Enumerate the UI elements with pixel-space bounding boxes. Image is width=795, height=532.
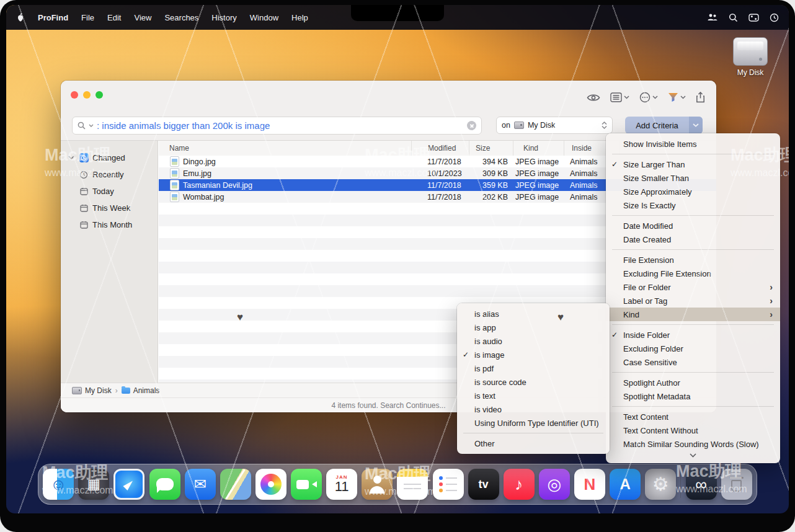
menu-item-size-approximately[interactable]: Size Approximately: [606, 185, 780, 198]
column-header-name[interactable]: Name: [159, 141, 411, 156]
menu-item-text-content-without[interactable]: Text Content Without: [606, 423, 780, 437]
menu-item-is-source-code[interactable]: is source code: [457, 375, 610, 389]
dock-podcasts-icon[interactable]: ◎: [539, 469, 570, 500]
control-center-icon[interactable]: [748, 14, 759, 22]
spotlight-search-icon[interactable]: [729, 13, 738, 22]
menu-item-is-image[interactable]: ✓is image: [457, 348, 610, 361]
sidebar-item-this-month[interactable]: This Month: [61, 216, 158, 233]
menubar-app-name[interactable]: ProFind: [38, 13, 68, 22]
dock-finder-icon[interactable]: ☺: [43, 469, 74, 500]
dock-launchpad-icon[interactable]: ▦: [78, 469, 109, 500]
sidebar-item-changed[interactable]: Changed: [61, 149, 158, 166]
menu-item-kind[interactable]: Kind›: [606, 308, 780, 321]
apple-menu-icon[interactable]: [16, 12, 25, 22]
dock-mail-icon[interactable]: ✉: [185, 469, 216, 500]
menu-separator: [612, 154, 774, 154]
menu-item-size-smaller-than[interactable]: Size Smaller Than: [606, 171, 780, 185]
column-header-modified[interactable]: Modified: [411, 141, 469, 156]
menu-item-spotlight-author[interactable]: Spotlight Author: [606, 376, 780, 389]
column-header-kind[interactable]: Kind: [513, 141, 564, 156]
menu-item-show-invisible-items[interactable]: Show Invisible Items: [606, 137, 780, 151]
menu-item-file-or-folder[interactable]: File or Folder›: [606, 280, 780, 294]
sidebar-item-today[interactable]: Today: [61, 183, 158, 200]
user-switch-icon[interactable]: [707, 13, 718, 22]
menu-item-is-video[interactable]: is video: [457, 402, 610, 416]
dock-profind-icon[interactable]: ∞: [686, 469, 717, 500]
menubar-menu-history[interactable]: History: [211, 13, 236, 22]
menu-item-size-is-exactly[interactable]: Size Is Exactly: [606, 198, 780, 212]
dock-notes-icon[interactable]: [397, 469, 428, 500]
dock-contacts-icon[interactable]: [362, 469, 393, 500]
menu-scroll-down-icon[interactable]: [606, 451, 780, 459]
dock-reminders-icon[interactable]: [433, 469, 464, 500]
menu-item-is-pdf[interactable]: is pdf: [457, 361, 610, 375]
menubar-menu-edit[interactable]: Edit: [107, 13, 121, 22]
desktop-disk-icon[interactable]: My Disk: [726, 37, 775, 77]
submenu-arrow-icon: ›: [770, 296, 773, 305]
dock-photos-icon[interactable]: [255, 469, 286, 500]
menu-item-size-larger-than[interactable]: ✓Size Larger Than: [606, 157, 780, 171]
menu-item-date-created[interactable]: Date Created: [606, 233, 780, 246]
menu-item-date-modified[interactable]: Date Modified: [606, 219, 780, 233]
dock-calendar-icon[interactable]: JAN11: [326, 469, 357, 500]
path-separator: ›: [115, 386, 118, 395]
menu-item-label: Date Modified: [623, 221, 673, 231]
menu-item-inside-folder[interactable]: ✓Inside Folder: [606, 328, 780, 342]
menubar-menu-file[interactable]: File: [81, 13, 94, 22]
dock: ☺▦✉JAN11tv♪◎NA⚙∞: [38, 464, 757, 505]
menu-item-case-sensitive[interactable]: Case Sensitive: [606, 355, 780, 369]
submenu-arrow-icon: ›: [770, 310, 773, 319]
disclosure-chevron-icon[interactable]: [67, 156, 75, 160]
dock-tv-icon[interactable]: tv: [468, 469, 499, 500]
menu-item-label: is alias: [474, 309, 499, 319]
dock-safari-icon[interactable]: [113, 469, 144, 500]
close-button[interactable]: [71, 91, 78, 99]
column-header-size[interactable]: Size: [469, 141, 513, 156]
dock-messages-icon[interactable]: [149, 469, 180, 500]
menu-item-file-extension[interactable]: File Extension: [606, 253, 780, 267]
menu-item-excluding-folder[interactable]: Excluding Folder: [606, 342, 780, 355]
menu-item-text-content[interactable]: Text Content: [606, 410, 780, 423]
dock-facetime-icon[interactable]: [291, 469, 322, 500]
menu-item-other[interactable]: Other: [457, 437, 610, 450]
quicklook-eye-icon[interactable]: [587, 93, 600, 102]
clear-search-icon[interactable]: [467, 121, 476, 130]
more-actions-control[interactable]: [639, 92, 658, 103]
dock-appstore-icon[interactable]: A: [610, 469, 641, 500]
minimize-button[interactable]: [83, 91, 91, 99]
dock-music-icon[interactable]: ♪: [504, 469, 535, 500]
path-item-animals[interactable]: Animals: [122, 386, 160, 395]
dock-news-icon[interactable]: N: [574, 469, 605, 500]
menubar-menu-help[interactable]: Help: [291, 13, 308, 22]
menu-item-using-uniform-type-identifier-uti[interactable]: Using Uniform Type Identifier (UTI): [457, 416, 610, 430]
menu-item-is-audio[interactable]: is audio: [457, 334, 610, 348]
clock-icon[interactable]: [770, 13, 779, 22]
menubar-menu-searches[interactable]: Searches: [164, 13, 198, 22]
menu-item-is-text[interactable]: is text: [457, 389, 610, 402]
scope-dropdown[interactable]: on My Disk: [496, 117, 613, 134]
zoom-button[interactable]: [95, 91, 103, 99]
menu-item-spotlight-metadata[interactable]: Spotlight Metadata: [606, 389, 780, 403]
menu-item-label: is source code: [474, 378, 526, 387]
menu-item-excluding-file-extension[interactable]: Excluding File Extension: [606, 267, 780, 280]
modified-cell: 11/7/2018: [411, 181, 469, 190]
path-item-my-disk[interactable]: My Disk: [72, 386, 112, 395]
menu-item-match-similar-sounding-words-slow[interactable]: Match Similar Sounding Words (Slow): [606, 437, 780, 451]
search-input[interactable]: : inside animals bigger than 200k is ima…: [72, 117, 482, 135]
menu-item-label: Text Content Without: [623, 426, 698, 435]
dock-maps-icon[interactable]: [220, 469, 251, 500]
sidebar-item-recently[interactable]: Recently: [61, 166, 158, 183]
add-criteria-button[interactable]: Add Criteria: [625, 117, 703, 134]
filter-control[interactable]: [668, 92, 686, 102]
menu-item-label-or-tag[interactable]: Label or Tag›: [606, 294, 780, 308]
my-disk-label: My Disk: [726, 68, 775, 77]
dock-settings-icon[interactable]: ⚙: [645, 469, 676, 500]
sidebar-item-this-week[interactable]: This Week: [61, 200, 158, 216]
menu-item-is-alias[interactable]: is alias: [457, 307, 610, 321]
menubar-menu-view[interactable]: View: [134, 13, 151, 22]
menu-item-is-app[interactable]: is app: [457, 321, 610, 334]
view-options-control[interactable]: [610, 92, 629, 102]
share-icon[interactable]: [696, 92, 705, 103]
dock-trash-icon[interactable]: [721, 469, 752, 500]
menubar-menu-window[interactable]: Window: [250, 13, 278, 22]
